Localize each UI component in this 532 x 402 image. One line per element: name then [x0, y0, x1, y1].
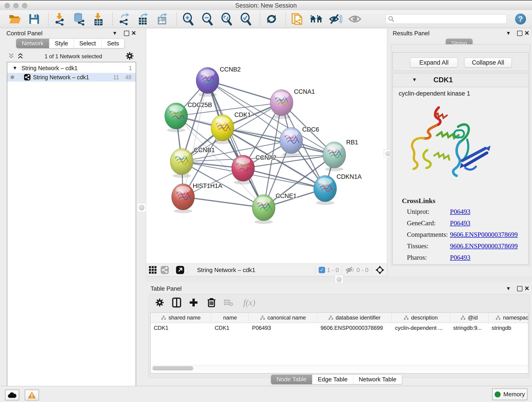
import-table-file-button[interactable]	[91, 12, 105, 26]
gene-section-header[interactable]: ▼ CDK1	[393, 73, 528, 87]
node-CCNA1[interactable]	[270, 89, 293, 116]
crosslink-link[interactable]: P06493	[450, 254, 470, 261]
show-columns-button[interactable]	[170, 296, 183, 309]
vertical-splitter-left[interactable]	[137, 28, 146, 386]
panel-menu-icon[interactable]: ▼	[112, 30, 117, 36]
crosslink-link[interactable]: P06493	[450, 208, 470, 216]
column-header-namespace[interactable]: namespace	[488, 313, 528, 323]
first-neighbors-button[interactable]	[309, 12, 323, 26]
apply-layout-button[interactable]	[264, 12, 279, 26]
column-header-canonical-name[interactable]: canonical name	[249, 313, 317, 323]
warnings-button[interactable]	[25, 390, 39, 400]
panel-float-icon[interactable]	[517, 31, 522, 36]
scrollbar-thumb[interactable]	[152, 366, 193, 370]
delete-column-button[interactable]	[205, 296, 218, 309]
panel-close-icon[interactable]: ×	[525, 286, 529, 291]
table-cell[interactable]: stringdb	[488, 323, 528, 333]
node-CDC6[interactable]	[280, 128, 303, 153]
show-all-button[interactable]	[348, 12, 362, 26]
node-CDKN1A[interactable]	[314, 176, 336, 202]
birdseye-navigator-icon[interactable]	[375, 265, 385, 275]
node-CCNE1[interactable]	[252, 195, 275, 221]
collection-expand-icon[interactable]: ▼	[12, 65, 17, 71]
network-collection-row[interactable]: ▼ String Network – cdk1 1	[7, 64, 136, 72]
export-network-button[interactable]	[117, 12, 131, 26]
node-HIST1H1A[interactable]	[172, 184, 195, 210]
create-column-button[interactable]	[187, 296, 200, 309]
table-cell[interactable]: 9606.ENSP00000378699	[317, 323, 392, 333]
tab-style[interactable]: Style	[49, 39, 74, 48]
zoom-out-button[interactable]	[200, 12, 215, 26]
crosslink-link[interactable]: 9606.ENSP00000378699	[450, 242, 518, 250]
table-cell[interactable]: CDK1	[211, 323, 249, 333]
tab-sets[interactable]: Sets	[101, 39, 124, 48]
table-header-row[interactable]: shared namenamecanonical namedatabase id…	[151, 313, 528, 323]
selected-checkbox-icon[interactable]: ✓	[319, 267, 325, 273]
column-header-database-identifier[interactable]: database identifier	[317, 313, 392, 323]
zoom-selected-button[interactable]	[239, 12, 253, 26]
crosslink-link[interactable]: P06493	[450, 219, 470, 227]
node-CCNB1[interactable]	[170, 148, 193, 175]
search-input[interactable]	[385, 14, 507, 24]
panel-menu-icon[interactable]: ▼	[506, 30, 511, 36]
detach-view-icon[interactable]	[176, 266, 184, 274]
edge-HIST1H1A-CCNE1[interactable]	[183, 197, 264, 208]
zoom-in-button[interactable]	[181, 12, 195, 26]
panel-float-icon[interactable]	[124, 31, 129, 36]
section-collapse-icon[interactable]: ▼	[412, 77, 417, 83]
import-network-database-button[interactable]	[72, 12, 86, 26]
network-options-gear-icon[interactable]	[126, 52, 134, 60]
collapse-all-button[interactable]: Collapse All	[464, 57, 512, 68]
expand-all-button[interactable]: Expand All	[410, 57, 458, 68]
vertical-splitter-right[interactable]	[387, 28, 389, 276]
node-CCNB2[interactable]	[196, 67, 219, 94]
column-header--id[interactable]: @id	[450, 313, 488, 323]
node-CDK1[interactable]	[211, 115, 234, 141]
open-session-button[interactable]	[8, 12, 22, 26]
node-CCNA2[interactable]	[232, 155, 254, 181]
splitter-handle[interactable]	[137, 203, 146, 212]
cloud-status-button[interactable]	[5, 390, 19, 400]
tab-node-table[interactable]: Node Table	[271, 375, 312, 384]
tab-network-table[interactable]: Network Table	[353, 375, 402, 384]
network-row-selected[interactable]: String Network – cdk1 11 48	[7, 73, 136, 82]
zoom-fit-button[interactable]	[220, 12, 234, 26]
network-graph[interactable]: CCNB2CCNA1CDC25BCDK1CDC6RB1CCNB1CCNA2CDK…	[146, 28, 387, 264]
tab-network[interactable]: Network	[16, 39, 49, 48]
collapse-all-chevron-icon[interactable]	[8, 52, 15, 60]
save-session-button[interactable]	[27, 12, 41, 26]
column-header-shared-name[interactable]: shared name	[151, 313, 211, 323]
tab-edge-table[interactable]: Edge Table	[312, 375, 353, 384]
table-row[interactable]: CDK1CDK1P064939606.ENSP00000378699cyclin…	[151, 323, 528, 333]
table-cell[interactable]: stringdb:9...	[450, 323, 488, 333]
table-cell[interactable]: CDK1	[151, 323, 211, 333]
export-table-button[interactable]	[136, 12, 150, 26]
expand-all-chevron-icon[interactable]	[17, 52, 24, 60]
panel-menu-icon[interactable]: ▼	[506, 286, 511, 292]
panel-float-icon[interactable]	[517, 286, 522, 291]
table-cell[interactable]: P06493	[249, 323, 317, 333]
table-horizontal-scrollbar[interactable]	[151, 365, 528, 371]
column-header-name[interactable]: name	[211, 313, 249, 323]
crosslink-link[interactable]: 9606.ENSP00000378699	[450, 231, 518, 238]
edge-CCNB2-HIST1H1A[interactable]	[183, 80, 208, 197]
table-cell[interactable]: cyclin-dependent ...	[392, 323, 450, 333]
grid-view-icon[interactable]	[148, 266, 157, 274]
help-button[interactable]: ?	[515, 13, 526, 25]
panel-close-icon[interactable]: ×	[132, 31, 136, 35]
panel-close-icon[interactable]: ×	[525, 31, 529, 35]
node-RB1[interactable]	[323, 142, 346, 168]
network-share-view-icon[interactable]	[160, 266, 169, 274]
network-canvas[interactable]: CCNB2CCNA1CDC25BCDK1CDC6RB1CCNB1CCNA2CDK…	[146, 28, 387, 264]
node-CDC25B[interactable]	[165, 103, 188, 129]
horizontal-splitter[interactable]	[146, 276, 532, 282]
node-table[interactable]: shared namenamecanonical namedatabase id…	[150, 313, 528, 373]
column-header-description[interactable]: description	[392, 313, 450, 323]
hide-selected-button[interactable]	[329, 12, 343, 26]
export-image-button[interactable]	[155, 12, 170, 26]
tab-select[interactable]: Select	[74, 39, 101, 48]
table-options-button[interactable]	[153, 296, 166, 309]
import-network-file-button[interactable]	[53, 12, 67, 26]
clone-network-button[interactable]	[290, 12, 304, 26]
memory-button[interactable]: Memory	[492, 389, 527, 400]
